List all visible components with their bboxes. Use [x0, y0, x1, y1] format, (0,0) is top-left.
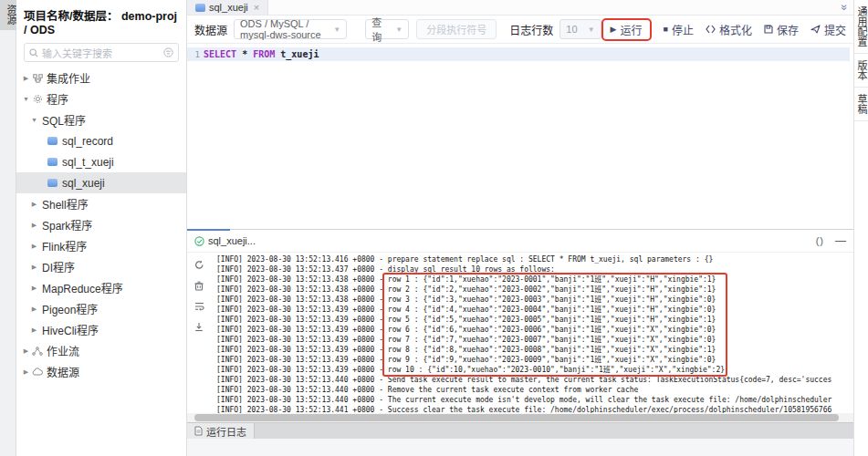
scrollbar-thumb[interactable] — [194, 414, 839, 421]
tree-item-DI程序[interactable]: ▶DI程序 — [16, 256, 186, 277]
log-line: [INFO] 2023-08-30 13:52:13.439 +0800 - r… — [216, 365, 853, 375]
chevron-right-icon[interactable]: ▶ — [29, 222, 39, 229]
chevron-right-icon[interactable]: ▶ — [21, 347, 31, 355]
log-line: [INFO] 2023-08-30 13:52:13.439 +0800 - r… — [216, 325, 853, 335]
minimize-icon[interactable]: — — [835, 235, 846, 246]
save-icon — [764, 25, 773, 34]
chevron-down-icon[interactable]: ▼ — [21, 96, 31, 102]
log-panel-header: sql_xueji... () — — [187, 230, 853, 253]
right-rail-tab-通用配置[interactable]: 通用配置 — [854, 0, 868, 54]
log-rows-select[interactable]: 10 ▼ — [559, 19, 601, 39]
tree-item-label: sql_record — [62, 135, 113, 148]
tree-item-label: Pigeon程序 — [42, 301, 98, 316]
editor-active-line: 1 SELECT * FROM t_xueji — [187, 47, 850, 61]
tree-item-程序[interactable]: ▼程序 — [16, 88, 186, 109]
log-line: [INFO] 2023-08-30 13:52:13.439 +0800 - r… — [216, 335, 853, 345]
right-rail-tab-版本[interactable]: 版本 — [854, 54, 868, 88]
parentheses-icon[interactable]: () — [816, 235, 824, 246]
toolbar-actions: ▶ 运行 ■ 停止 格式化 保存 提交 — [601, 18, 846, 41]
tree-item-MapReduce程序[interactable]: ▶MapReduce程序 — [16, 277, 186, 298]
close-tab-icon[interactable]: × — [254, 2, 259, 13]
chevron-down-icon[interactable]: ▼ — [29, 117, 39, 123]
datasource-icon — [31, 368, 44, 376]
bottom-tab-strip: 运行日志 — [187, 422, 853, 439]
tree-item-label: sql_t_xueji — [62, 156, 114, 169]
format-button[interactable]: 格式化 — [706, 22, 752, 37]
query-mode-select[interactable]: 查询 ▼ — [365, 19, 409, 39]
log-line: [INFO] 2023-08-30 13:52:13.440 +0800 - S… — [216, 375, 853, 385]
project-title: 项目名称/数据层： demo-proj / ODS — [16, 0, 186, 40]
refresh-icon[interactable] — [194, 260, 204, 270]
submit-button[interactable]: 提交 — [810, 22, 846, 37]
collapse-chevron-icon[interactable]: » — [839, 5, 852, 11]
chevron-down-icon: ▼ — [333, 26, 340, 34]
log-rows-label: 日志行数 — [509, 22, 553, 37]
tree-item-Spark程序[interactable]: ▶Spark程序 — [16, 214, 186, 235]
code-token: SELECT — [204, 49, 236, 59]
rail-tab-resources[interactable]: 资源 — [0, 0, 16, 30]
chevron-right-icon[interactable]: ▶ — [21, 75, 31, 82]
log-line: [INFO] 2023-08-30 13:52:13.441 +0800 - S… — [216, 405, 853, 413]
chevron-right-icon[interactable]: ▶ — [29, 243, 39, 250]
code-line: SELECT * FROM t_xueji — [204, 49, 319, 59]
play-icon: ▶ — [611, 26, 617, 34]
tree-item-label: Shell程序 — [42, 196, 89, 212]
chevron-right-icon[interactable]: ▶ — [29, 285, 39, 292]
log-line: [INFO] 2023-08-30 13:52:13.440 +0800 - T… — [216, 395, 853, 405]
horizontal-scrollbar[interactable] — [187, 413, 853, 422]
format-icon — [706, 25, 716, 34]
sidebar: 项目名称/数据层： demo-proj / ODS 输入关键字搜索 ▶集成作业▼… — [16, 0, 187, 456]
sidebar-tree: ▶集成作业▼程序▼SQL程序sql_recordsql_t_xuejisql_x… — [16, 67, 186, 382]
tree-item-label: DI程序 — [42, 259, 75, 275]
chevron-right-icon[interactable]: ▶ — [29, 326, 39, 334]
log-line: [INFO] 2023-08-30 13:52:13.439 +0800 - r… — [216, 315, 853, 325]
run-button[interactable]: ▶ 运行 — [611, 22, 643, 37]
log-line: [INFO] 2023-08-30 13:52:13.438 +0800 - r… — [216, 285, 853, 295]
tree-item-SQL程序[interactable]: ▼SQL程序 — [16, 109, 186, 130]
log-tab-sql-xueji[interactable]: sql_xueji... — [194, 235, 256, 246]
tree-item-label: MapReduce程序 — [42, 280, 123, 295]
trash-icon[interactable] — [194, 281, 204, 291]
save-button[interactable]: 保存 — [764, 22, 799, 37]
log-line: [INFO] 2023-08-30 13:52:13.437 +0800 - d… — [216, 264, 853, 275]
tree-item-Flink程序[interactable]: ▶Flink程序 — [16, 235, 186, 256]
tree-item-作业流[interactable]: ▶作业流 — [16, 340, 186, 361]
tree-item-Pigeon程序[interactable]: ▶Pigeon程序 — [16, 298, 186, 319]
stop-button[interactable]: ■ 停止 — [664, 22, 694, 37]
tree-item-sql_record[interactable]: sql_record — [16, 130, 186, 151]
tree-item-label: HiveCli程序 — [42, 322, 99, 337]
right-rail-tab-草稿[interactable]: 草稿 — [854, 88, 868, 121]
editor-tabbar: sql_xueji × » — [187, 0, 853, 16]
tree-item-数据源[interactable]: ▶数据源 — [16, 361, 186, 382]
download-icon[interactable] — [194, 322, 204, 332]
tree-item-HiveCli程序[interactable]: ▶HiveCli程序 — [16, 319, 186, 340]
tree-item-label: Flink程序 — [42, 238, 87, 254]
wrap-text-icon[interactable] — [194, 302, 204, 311]
tree-item-Shell程序[interactable]: ▶Shell程序 — [16, 193, 186, 214]
datasource-select[interactable]: ODS / MySQL / mysql-dws-source ▼ — [234, 19, 347, 39]
log-line: [INFO] 2023-08-30 13:52:13.440 +0800 - R… — [216, 385, 853, 395]
log-output[interactable]: [INFO] 2023-08-30 13:52:13.416 +0800 - p… — [211, 253, 853, 413]
tab-run-log[interactable]: 运行日志 — [187, 423, 255, 439]
chevron-down-icon: ▼ — [588, 26, 595, 34]
chevron-right-icon[interactable]: ▶ — [29, 306, 39, 313]
right-rail: 通用配置版本草稿 — [853, 0, 868, 456]
sql-file-icon — [195, 4, 205, 12]
tree-item-sql_t_xueji[interactable]: sql_t_xueji — [16, 151, 186, 172]
tab-sql-xueji[interactable]: sql_xueji × — [187, 0, 268, 15]
active-panel-indicator — [187, 229, 230, 231]
chevron-right-icon[interactable]: ▶ — [21, 368, 31, 376]
chevron-right-icon[interactable]: ▶ — [29, 201, 39, 208]
log-line: [INFO] 2023-08-30 13:52:13.416 +0800 - p… — [216, 254, 853, 264]
search-input[interactable]: 输入关键字搜索 — [24, 43, 179, 62]
tree-item-sql_xueji[interactable]: sql_xueji — [16, 172, 186, 193]
filter-icon[interactable] — [163, 47, 173, 57]
code-token: t_xueji — [275, 49, 319, 59]
code-editor[interactable]: 1 SELECT * FROM t_xueji — [187, 44, 853, 229]
chevron-right-icon[interactable]: ▶ — [29, 264, 39, 271]
tree-item-label: SQL程序 — [42, 112, 86, 128]
app-window: 资源 项目名称/数据层： demo-proj / ODS 输入关键字搜索 ▶集成… — [0, 0, 868, 456]
line-number: 1 — [187, 50, 204, 59]
tree-item-集成作业[interactable]: ▶集成作业 — [16, 67, 186, 88]
segment-symbol-button[interactable]: 分段执行符号 — [416, 19, 497, 39]
